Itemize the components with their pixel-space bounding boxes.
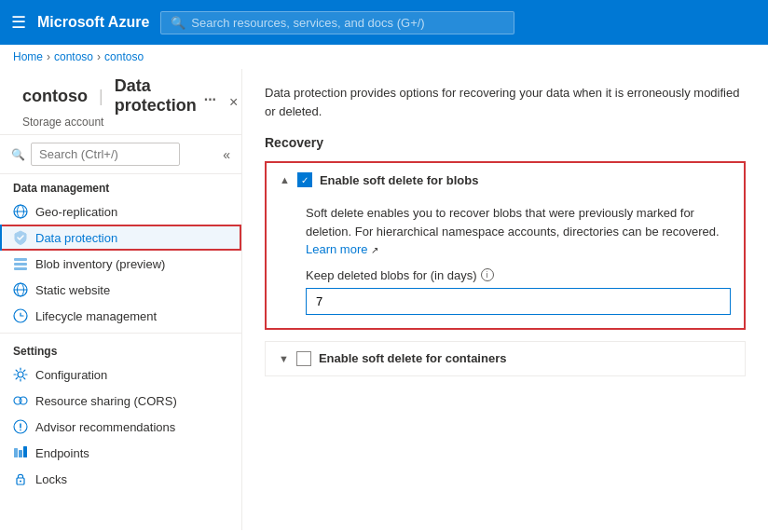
breadcrumb-contoso2[interactable]: contoso	[104, 50, 144, 63]
containers-checkbox[interactable]	[296, 351, 311, 366]
breadcrumb-sep2: ›	[97, 50, 101, 63]
search-icon: 🔍	[11, 148, 25, 161]
blobs-soft-delete-card: ▲ ✓ Enable soft delete for blobs Soft de…	[265, 161, 746, 330]
recovery-section-title: Recovery	[265, 135, 746, 150]
topbar-search-container[interactable]: 🔍	[160, 11, 514, 34]
days-input[interactable]	[306, 288, 731, 315]
days-field-label: Keep deleted blobs for (in days) i	[306, 268, 731, 282]
hamburger-icon[interactable]: ☰	[11, 12, 26, 33]
sidebar-item-label: Static website	[35, 283, 110, 297]
sidebar-item-configuration[interactable]: Configuration	[0, 361, 241, 388]
svg-rect-5	[14, 258, 27, 261]
blobs-card-title: Enable soft delete for blobs	[320, 173, 478, 187]
sidebar-nav: Data management Geo-replication Data pro…	[0, 174, 241, 530]
search-icon: 🔍	[171, 16, 185, 30]
blob-inventory-icon	[13, 256, 28, 271]
resource-header: contoso | Data protection ... Storage ac…	[0, 69, 241, 135]
blobs-checkbox[interactable]: ✓	[297, 172, 312, 187]
learn-more-link[interactable]: Learn more	[306, 242, 367, 256]
sidebar-item-locks[interactable]: Locks	[0, 466, 241, 492]
resource-name: contoso | Data protection ...	[22, 76, 216, 116]
svg-rect-18	[19, 450, 22, 457]
sidebar-item-cors[interactable]: Resource sharing (CORS)	[0, 388, 241, 414]
locks-icon	[13, 471, 28, 486]
containers-soft-delete-card: ▼ Enable soft delete for containers	[265, 341, 746, 376]
sidebar-item-label: Locks	[35, 472, 67, 486]
containers-card-title: Enable soft delete for containers	[319, 351, 507, 365]
sidebar-divider	[0, 333, 241, 334]
close-button[interactable]: ×	[226, 90, 241, 115]
topbar-search-input[interactable]	[191, 16, 504, 30]
blobs-chevron-icon: ▲	[280, 174, 290, 185]
sidebar-item-label: Endpoints	[35, 446, 89, 460]
resource-title: contoso | Data protection ... Storage ac…	[22, 76, 216, 129]
content-area: Data protection provides options for rec…	[242, 69, 768, 530]
data-protection-icon	[13, 230, 28, 245]
sidebar-item-label: Configuration	[35, 368, 107, 382]
advisor-icon	[13, 419, 28, 434]
sidebar: contoso | Data protection ... Storage ac…	[0, 69, 242, 530]
containers-card-header[interactable]: ▼ Enable soft delete for containers	[266, 342, 745, 375]
sidebar-item-label: Resource sharing (CORS)	[35, 394, 177, 408]
info-icon[interactable]: i	[481, 268, 494, 281]
resource-options-button[interactable]: ...	[204, 88, 216, 104]
configuration-icon	[13, 367, 28, 382]
static-website-icon	[13, 282, 28, 297]
sidebar-item-label: Lifecycle management	[35, 309, 157, 323]
blobs-card-header[interactable]: ▲ ✓ Enable soft delete for blobs	[267, 163, 744, 197]
svg-point-12	[18, 372, 23, 377]
blobs-card-body: Soft delete enables you to recover blobs…	[267, 197, 744, 328]
sidebar-item-blob-inventory[interactable]: Blob inventory (preview)	[0, 251, 241, 277]
content-description: Data protection provides options for rec…	[265, 84, 746, 120]
section-settings: Settings	[0, 337, 241, 361]
breadcrumb-home[interactable]: Home	[13, 50, 43, 63]
svg-point-16	[20, 430, 21, 431]
breadcrumb-contoso1[interactable]: contoso	[54, 50, 93, 63]
sidebar-item-data-protection[interactable]: Data protection	[0, 225, 241, 251]
sidebar-search-container: 🔍 «	[0, 135, 241, 174]
cors-icon	[13, 393, 28, 408]
section-data-management: Data management	[0, 174, 241, 198]
main-layout: contoso | Data protection ... Storage ac…	[0, 69, 768, 530]
svg-rect-17	[14, 448, 18, 457]
svg-rect-7	[14, 267, 27, 270]
sidebar-item-label: Geo-replication	[35, 205, 117, 219]
svg-point-14	[20, 397, 27, 404]
svg-point-21	[20, 481, 21, 483]
sidebar-item-endpoints[interactable]: Endpoints	[0, 440, 241, 466]
lifecycle-icon	[13, 308, 28, 323]
app-title: Microsoft Azure	[37, 14, 149, 31]
endpoints-icon	[13, 445, 28, 460]
sidebar-item-geo-replication[interactable]: Geo-replication	[0, 198, 241, 225]
topbar: ☰ Microsoft Azure 🔍	[0, 0, 768, 45]
blobs-description: Soft delete enables you to recover blobs…	[306, 204, 731, 259]
geo-replication-icon	[13, 204, 28, 219]
sidebar-item-label: Blob inventory (preview)	[35, 257, 165, 271]
sidebar-item-lifecycle-management[interactable]: Lifecycle management	[0, 303, 241, 329]
sidebar-item-advisor[interactable]: Advisor recommendations	[0, 414, 241, 440]
sidebar-item-label: Advisor recommendations	[35, 420, 175, 434]
sidebar-item-static-website[interactable]: Static website	[0, 277, 241, 303]
svg-rect-19	[23, 446, 27, 457]
resource-subtitle: Storage account	[22, 116, 216, 129]
breadcrumb: Home › contoso › contoso	[0, 45, 768, 69]
containers-chevron-icon: ▼	[279, 353, 289, 364]
breadcrumb-sep1: ›	[47, 50, 50, 63]
collapse-sidebar-button[interactable]: «	[223, 147, 230, 162]
external-link-icon: ↗	[371, 245, 378, 255]
sidebar-search-input[interactable]	[31, 143, 180, 166]
svg-rect-6	[14, 263, 27, 266]
sidebar-item-label: Data protection	[35, 231, 117, 245]
